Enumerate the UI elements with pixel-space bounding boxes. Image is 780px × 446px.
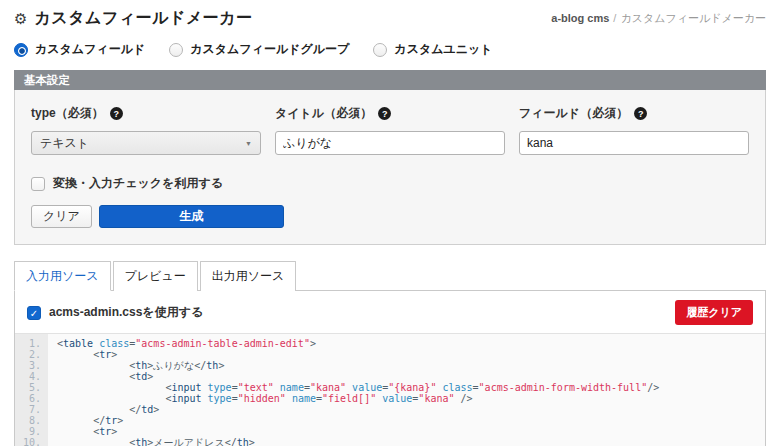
use-css-label: acms-admin.cssを使用する (49, 304, 203, 321)
history-clear-button[interactable]: 履歴クリア (675, 300, 753, 325)
chevron-down-icon: ▼ (245, 140, 252, 147)
code-line: <table class="acms-admin-table-admin-edi… (57, 338, 765, 349)
field-input[interactable] (519, 131, 749, 155)
type-label: type（必須） (31, 105, 104, 122)
gear-icon: ⚙ (14, 11, 27, 26)
code-line: <th>ふりがな</th> (57, 360, 765, 371)
help-icon[interactable]: ? (378, 107, 391, 120)
line-number: 9. (15, 426, 41, 437)
breadcrumb-current: カスタムフィールドメーカー (620, 12, 766, 24)
code-line: </tr> (57, 415, 765, 426)
code-line: <tr> (57, 349, 765, 360)
breadcrumb-separator: / (613, 12, 616, 24)
radio-icon[interactable] (14, 43, 28, 57)
header: ⚙ カスタムフィールドメーカー a-blog cms/カスタムフィールドメーカー (14, 0, 766, 28)
line-number: 5. (15, 382, 41, 393)
generate-button[interactable]: 生成 (99, 205, 284, 228)
tab-preview[interactable]: プレビュー (113, 261, 198, 291)
code-line: <td> (57, 371, 765, 382)
source-tabs: 入力用ソース プレビュー 出力用ソース (14, 260, 766, 291)
checkbox-checked-icon[interactable]: ✓ (27, 306, 41, 320)
field-field-group: フィールド（必須） ? (519, 105, 749, 155)
line-number: 6. (15, 393, 41, 404)
title-field-group: タイトル（必須） ? (275, 105, 505, 155)
tab-output-source[interactable]: 出力用ソース (200, 261, 297, 291)
mode-custom-unit[interactable]: カスタムユニット (373, 41, 492, 58)
validate-checkbox-label: 変換・入力チェックを利用する (53, 175, 223, 192)
mode-selector: カスタムフィールド カスタムフィールドグループ カスタムユニット (14, 41, 766, 58)
type-select[interactable]: テキスト ▼ (31, 131, 261, 155)
type-field-group: type（必須） ? テキスト ▼ (31, 105, 261, 155)
code-editor[interactable]: 1.2.3.4.5.6.7.8.9.10.11.12.13.14. <table… (15, 333, 765, 446)
field-label: フィールド（必須） (519, 105, 628, 122)
code-lines: <table class="acms-admin-table-admin-edi… (48, 334, 765, 446)
validate-checkbox-row[interactable]: 変換・入力チェックを利用する (31, 175, 749, 192)
line-number: 10. (15, 437, 41, 446)
page: ⚙ カスタムフィールドメーカー a-blog cms/カスタムフィールドメーカー… (0, 0, 780, 446)
page-title: カスタムフィールドメーカー (34, 8, 252, 29)
source-toolbar: ✓ acms-admin.cssを使用する 履歴クリア (15, 291, 765, 333)
mode-label: カスタムユニット (394, 41, 492, 58)
code-line: <input type="hidden" name="field[]" valu… (57, 393, 765, 404)
clear-button[interactable]: クリア (31, 205, 92, 228)
basic-settings-header: 基本設定 (14, 70, 766, 90)
code-line: <th>メールアドレス</th> (57, 437, 765, 446)
tab-input-source[interactable]: 入力用ソース (14, 261, 111, 291)
line-number: 2. (15, 349, 41, 360)
type-select-value: テキスト (40, 135, 89, 152)
line-number: 7. (15, 404, 41, 415)
line-number: 8. (15, 415, 41, 426)
code-gutter: 1.2.3.4.5.6.7.8.9.10.11.12.13.14. (15, 334, 48, 446)
radio-icon[interactable] (169, 43, 183, 57)
help-icon[interactable]: ? (110, 107, 123, 120)
breadcrumb-site-link[interactable]: a-blog cms (551, 12, 609, 24)
mode-label: カスタムフィールドグループ (190, 41, 349, 58)
basic-settings-panel: type（必須） ? テキスト ▼ タイトル（必須） ? フィールド（必須） (14, 90, 766, 245)
code-line: <input type="text" name="kana" value="{k… (57, 382, 765, 393)
mode-label: カスタムフィールド (35, 41, 145, 58)
mode-custom-field-group[interactable]: カスタムフィールドグループ (169, 41, 349, 58)
mode-custom-field[interactable]: カスタムフィールド (14, 41, 145, 58)
breadcrumb: a-blog cms/カスタムフィールドメーカー (551, 11, 766, 26)
title-label: タイトル（必須） (275, 105, 372, 122)
line-number: 4. (15, 371, 41, 382)
line-number: 1. (15, 338, 41, 349)
code-line: </td> (57, 404, 765, 415)
use-css-checkbox-row[interactable]: ✓ acms-admin.cssを使用する (27, 304, 203, 321)
line-number: 3. (15, 360, 41, 371)
checkbox-icon[interactable] (31, 177, 45, 191)
source-panel: ✓ acms-admin.cssを使用する 履歴クリア 1.2.3.4.5.6.… (14, 291, 766, 446)
radio-icon[interactable] (373, 43, 387, 57)
help-icon[interactable]: ? (634, 107, 647, 120)
title-input[interactable] (275, 131, 505, 155)
code-line: <tr> (57, 426, 765, 437)
